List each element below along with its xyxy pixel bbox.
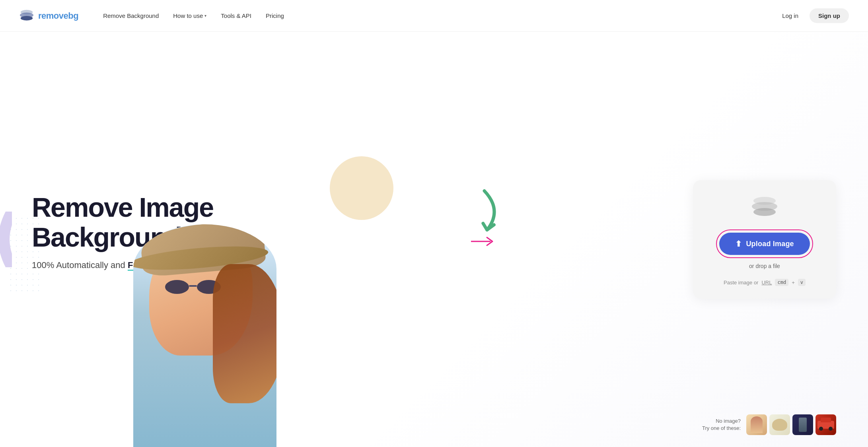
- upload-area: ⬆ Upload Image or drop a file Paste imag…: [693, 180, 836, 299]
- arc-decoration: [0, 212, 12, 267]
- nav-link-tools-api[interactable]: Tools & API: [215, 9, 257, 22]
- hero-woman-image: [121, 216, 288, 447]
- upload-image-button[interactable]: ⬆ Upload Image: [719, 233, 810, 255]
- paste-text: Paste image or: [724, 280, 758, 286]
- sample-image-4[interactable]: [815, 414, 836, 435]
- plus-separator: +: [792, 280, 795, 286]
- chevron-down-icon: ▾: [204, 14, 206, 18]
- sample-images-section: No image? Try one of these:: [702, 414, 836, 435]
- svg-point-2: [21, 16, 33, 20]
- navbar: removebg Remove Background How to use ▾ …: [0, 0, 868, 32]
- upload-icon: ⬆: [735, 239, 742, 249]
- upload-button-wrapper: ⬆ Upload Image: [716, 229, 813, 258]
- sample-image-list: [746, 414, 836, 435]
- logo-text: removebg: [38, 11, 78, 21]
- layers-icon: [749, 196, 780, 220]
- sample-image-3[interactable]: [792, 414, 813, 435]
- nav-link-pricing[interactable]: Pricing: [260, 9, 290, 22]
- drop-text: or drop a file: [749, 263, 780, 269]
- pink-arrow-decoration: [471, 235, 495, 249]
- nav-links: Remove Background How to use ▾ Tools & A…: [97, 9, 776, 22]
- sample-image-2[interactable]: [769, 414, 790, 435]
- logo-link[interactable]: removebg: [19, 8, 78, 23]
- nav-right: Log in Sign up: [776, 8, 849, 23]
- signup-button[interactable]: Sign up: [810, 8, 849, 23]
- paste-area: Paste image or URL cmd + v: [724, 279, 806, 286]
- decorative-circle: [330, 156, 393, 220]
- nav-link-remove-background[interactable]: Remove Background: [97, 9, 164, 22]
- sample-label: No image? Try one of these:: [702, 418, 741, 432]
- keyboard-shortcut-v: v: [798, 279, 806, 286]
- login-link[interactable]: Log in: [776, 9, 805, 22]
- upload-card: ⬆ Upload Image or drop a file Paste imag…: [693, 180, 836, 299]
- nav-link-how-to-use[interactable]: How to use ▾: [167, 9, 212, 22]
- hero-section: Remove Image Background 100% Automatical…: [0, 32, 868, 447]
- keyboard-shortcut-cmd: cmd: [775, 279, 788, 286]
- svg-point-6: [753, 208, 776, 216]
- logo-icon: [19, 8, 34, 23]
- url-link[interactable]: URL: [761, 280, 772, 286]
- sample-image-1[interactable]: [746, 414, 767, 435]
